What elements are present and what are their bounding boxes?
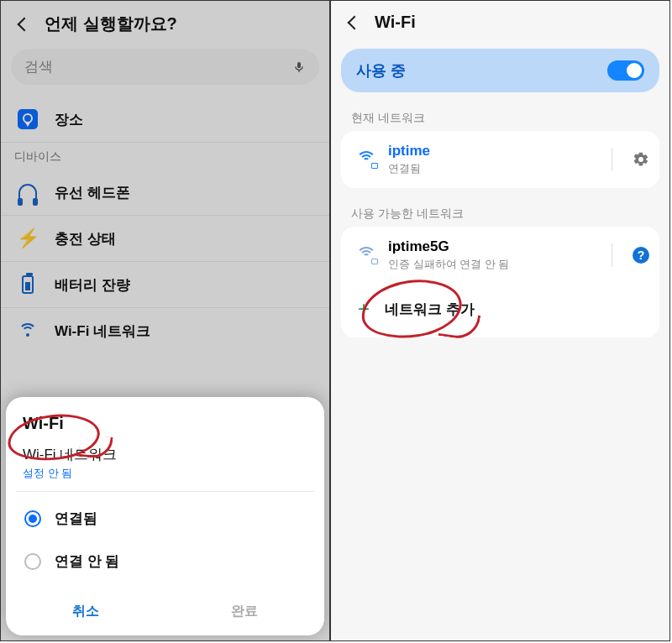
headphones-icon — [16, 180, 39, 204]
gear-icon[interactable] — [633, 151, 649, 168]
wifi-network-current[interactable]: iptime 연결됨 — [341, 133, 659, 186]
search-placeholder: 검색 — [24, 57, 53, 76]
wifi-sheet: Wi-Fi Wi-Fi 네트워크 설정 안 됨 연결됨 연결 안 됨 취소 완료 — [6, 397, 324, 635]
radio-connected[interactable]: 연결됨 — [6, 497, 324, 540]
divider — [612, 243, 612, 267]
condition-label: 장소 — [55, 110, 83, 129]
wifi-text: iptime5G 인증 실패하여 연결 안 됨 — [388, 238, 591, 272]
available-networks-card: iptime5G 인증 실패하여 연결 안 됨 ? + 네트워크 추가 — [341, 227, 659, 337]
radio-disconnected[interactable]: 연결 안 됨 — [6, 540, 324, 583]
section-available-network: 사용 가능한 네트워크 — [331, 200, 669, 227]
bolt-icon: ⚡ — [16, 227, 39, 250]
wifi-ssid: iptime — [388, 143, 591, 159]
header: 언제 실행할까요? — [1, 1, 329, 45]
current-network-card: iptime 연결됨 — [341, 131, 659, 188]
back-icon[interactable] — [18, 17, 32, 31]
toggle-label: 사용 중 — [356, 60, 406, 81]
condition-label: 유선 헤드폰 — [55, 183, 130, 202]
location-pin-icon — [16, 107, 39, 131]
radio-label: 연결 안 됨 — [55, 552, 119, 571]
battery-icon — [16, 273, 39, 296]
toggle-switch-icon[interactable] — [607, 60, 644, 81]
header: Wi-Fi — [331, 1, 669, 42]
page-title: 언제 실행할까요? — [45, 13, 177, 35]
wifi-text: iptime 연결됨 — [388, 143, 591, 176]
condition-label: Wi-Fi 네트워크 — [55, 322, 150, 341]
condition-charging[interactable]: ⚡ 충전 상태 — [1, 216, 329, 262]
wifi-ssid: iptime5G — [388, 238, 591, 255]
wifi-toggle-card[interactable]: 사용 중 — [341, 49, 659, 92]
radio-icon — [24, 510, 41, 527]
page-title: Wi-Fi — [375, 13, 416, 32]
condition-label: 배터리 잔량 — [55, 275, 130, 295]
condition-wifi[interactable]: Wi-Fi 네트워크 — [1, 308, 329, 353]
add-network-button[interactable]: + 네트워크 추가 — [341, 282, 659, 336]
sheet-actions: 취소 완료 — [6, 589, 324, 634]
condition-headphones[interactable]: 유선 헤드폰 — [1, 170, 329, 216]
wifi-signal-icon — [356, 151, 376, 168]
wifi-status: 인증 실패하여 연결 안 됨 — [388, 257, 591, 272]
wifi-network-available[interactable]: iptime5G 인증 실패하여 연결 안 됨 ? — [341, 228, 659, 282]
sheet-network-status: 설정 안 됨 — [6, 466, 324, 491]
done-button[interactable]: 완료 — [165, 589, 325, 634]
search-input[interactable]: 검색 — [11, 49, 319, 85]
help-icon[interactable]: ? — [633, 247, 649, 264]
wifi-signal-icon — [356, 247, 376, 264]
back-icon[interactable] — [348, 15, 362, 29]
divider — [16, 491, 314, 492]
left-screen: 언제 실행할까요? 검색 장소 디바이스 유선 헤드폰 ⚡ 충전 상태 배터리 … — [0, 0, 330, 641]
condition-battery[interactable]: 배터리 잔량 — [1, 262, 329, 308]
radio-icon — [24, 553, 41, 570]
wifi-icon — [16, 319, 39, 342]
sheet-network-label[interactable]: Wi-Fi 네트워크 — [6, 445, 324, 466]
section-device: 디바이스 — [1, 143, 329, 170]
plus-icon: + — [358, 297, 370, 321]
sheet-title: Wi-Fi — [6, 397, 324, 445]
add-network-label: 네트워크 추가 — [385, 300, 475, 319]
right-screen: Wi-Fi 사용 중 현재 네트워크 iptime 연결됨 사용 가능한 네트워… — [330, 0, 670, 641]
divider — [612, 148, 612, 171]
cancel-button[interactable]: 취소 — [6, 589, 165, 634]
condition-place[interactable]: 장소 — [1, 97, 329, 143]
section-current-network: 현재 네트워크 — [331, 104, 669, 131]
wifi-status: 연결됨 — [388, 161, 591, 176]
mic-icon[interactable] — [292, 59, 306, 76]
condition-label: 충전 상태 — [55, 229, 116, 248]
radio-label: 연결됨 — [55, 509, 97, 528]
